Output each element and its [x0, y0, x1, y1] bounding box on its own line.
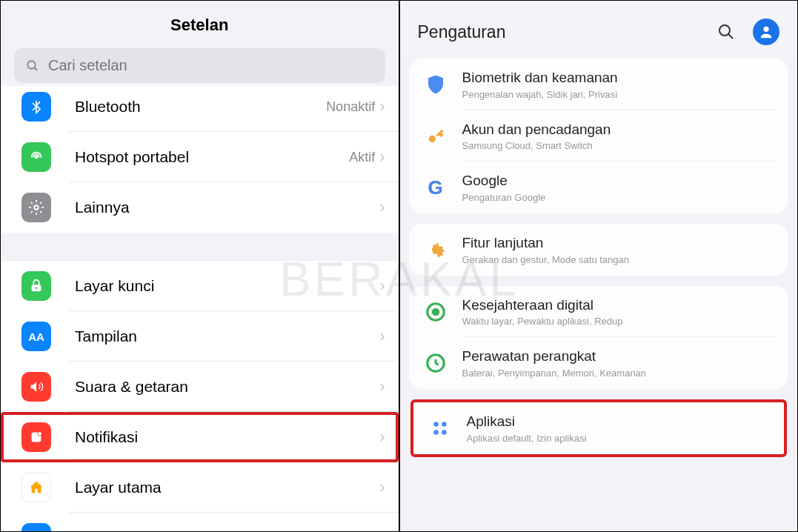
svg-point-0: [27, 61, 36, 69]
row-label: Layar utama: [75, 479, 379, 496]
home-icon: [21, 473, 51, 502]
search-bar[interactable]: [14, 48, 385, 83]
row-label: Perawatan perangkat: [462, 348, 776, 366]
row-biometrics[interactable]: Biometrik dan keamanan Pengenalan wajah,…: [409, 59, 789, 110]
row-text: Fitur lanjutan Gerakan dan gestur, Mode …: [462, 234, 776, 265]
row-sound[interactable]: Suara & getaran ›: [1, 362, 399, 412]
row-label: Notifikasi: [75, 428, 379, 446]
chevron-right-icon: ›: [379, 528, 385, 532]
svg-point-16: [428, 135, 435, 142]
row-label: Layar kunci: [75, 277, 379, 295]
row-label: Biometrik dan keamanan: [462, 69, 776, 87]
sound-icon: [21, 372, 51, 402]
row-wallpaper[interactable]: Wallpaper ›: [1, 513, 399, 532]
row-hotspot[interactable]: Hotspot portabel Aktif ›: [1, 132, 399, 182]
svg-line-1: [34, 67, 37, 70]
row-label: Kesejahteraan digital: [462, 296, 776, 315]
row-description: Samsung Cloud, Smart Switch: [462, 140, 776, 151]
shield-icon: [422, 71, 449, 98]
row-label: Tampilan: [75, 327, 379, 345]
svg-point-18: [433, 309, 439, 315]
lock-icon: [21, 271, 51, 301]
settings-group: Kesejahteraan digital Waktu layar, Pewak…: [409, 286, 789, 389]
settings-group: Fitur lanjutan Gerakan dan gestur, Mode …: [409, 224, 789, 276]
row-label: Bluetooth: [75, 98, 326, 116]
row-accounts[interactable]: Akun dan pencadangan Samsung Cloud, Smar…: [409, 110, 789, 162]
row-label: Hotspot portabel: [75, 148, 349, 166]
chevron-right-icon: ›: [379, 377, 385, 396]
row-description: Pengenalan wajah, Sidik jari, Privasi: [462, 89, 776, 100]
svg-point-7: [38, 432, 42, 436]
chevron-right-icon: ›: [379, 276, 385, 296]
left-panel: Setelan Bluetooth Nonaktif › Hotspot por…: [0, 0, 399, 532]
apps-icon: [427, 415, 453, 442]
row-text: Aplikasi Aplikasi default, Izin aplikasi: [467, 413, 771, 444]
right-panel: Pengaturan Biometrik dan keamanan Pengen…: [399, 0, 799, 532]
row-text: Akun dan pencadangan Samsung Cloud, Smar…: [462, 121, 776, 152]
row-label: Lainnya: [75, 199, 379, 216]
search-icon: [26, 59, 39, 73]
svg-point-15: [763, 27, 768, 32]
chevron-right-icon: ›: [379, 327, 385, 346]
chevron-right-icon: ›: [379, 147, 385, 167]
gear-icon: [21, 193, 51, 222]
wallpaper-icon: [21, 523, 51, 532]
row-devicecare[interactable]: Perawatan perangkat Baterai, Penyimpanan…: [409, 337, 789, 389]
row-label: Akun dan pencadangan: [462, 121, 776, 139]
gear-icon: [422, 236, 449, 263]
row-description: Pengaturan Google: [462, 192, 776, 203]
row-description: Baterai, Penyimpanan, Memori, Keamanan: [462, 368, 776, 379]
chevron-right-icon: ›: [379, 428, 385, 447]
row-text: Perawatan perangkat Baterai, Penyimpanan…: [462, 348, 776, 379]
chevron-right-icon: ›: [379, 198, 385, 217]
devicecare-icon: [422, 350, 449, 376]
row-description: Waktu layar, Pewaktu aplikasi, Redup: [462, 316, 776, 327]
key-icon: [422, 123, 449, 150]
svg-point-2: [36, 156, 38, 159]
row-apps[interactable]: Aplikasi Aplikasi default, Izin aplikasi: [413, 402, 785, 454]
row-more[interactable]: Lainnya ›: [1, 182, 399, 233]
header-actions: [717, 19, 779, 45]
svg-point-22: [433, 430, 439, 435]
page-title: Pengaturan: [418, 22, 506, 42]
display-icon: AA: [21, 322, 51, 351]
row-label: Suara & getaran: [75, 378, 379, 396]
row-display[interactable]: AA Tampilan ›: [1, 311, 399, 362]
row-status: Aktif: [349, 150, 375, 165]
settings-section-2: Layar kunci › AA Tampilan › Suara & geta…: [1, 261, 399, 532]
search-icon[interactable]: [717, 23, 735, 41]
settings-section-1: Bluetooth Nonaktif › Hotspot portabel Ak…: [1, 86, 399, 233]
svg-point-23: [442, 430, 447, 435]
left-header: Setelan: [1, 1, 399, 42]
google-icon: G: [422, 174, 449, 201]
row-text: Google Pengaturan Google: [462, 172, 776, 203]
row-homescreen[interactable]: Layar utama ›: [1, 462, 399, 513]
row-google[interactable]: G Google Pengaturan Google: [409, 162, 789, 213]
right-header: Pengaturan: [400, 1, 798, 59]
chevron-right-icon: ›: [379, 97, 385, 116]
wellbeing-icon: [422, 299, 449, 325]
row-bluetooth[interactable]: Bluetooth Nonaktif ›: [1, 86, 399, 132]
svg-point-5: [36, 287, 38, 289]
search-input[interactable]: [48, 57, 373, 74]
row-label: Google: [462, 172, 776, 190]
right-content: Biometrik dan keamanan Pengenalan wajah,…: [400, 59, 798, 457]
row-label: Aplikasi: [467, 413, 771, 431]
settings-group: Biometrik dan keamanan Pengenalan wajah,…: [409, 59, 789, 213]
settings-group-apps: Aplikasi Aplikasi default, Izin aplikasi: [410, 399, 788, 457]
hotspot-icon: [21, 142, 51, 172]
row-status: Nonaktif: [326, 99, 375, 115]
svg-line-14: [728, 34, 733, 39]
chevron-right-icon: ›: [379, 478, 385, 497]
svg-point-20: [433, 422, 439, 427]
row-advanced[interactable]: Fitur lanjutan Gerakan dan gestur, Mode …: [409, 224, 789, 276]
row-text: Biometrik dan keamanan Pengenalan wajah,…: [462, 69, 776, 100]
svg-point-3: [34, 205, 39, 210]
profile-avatar[interactable]: [753, 19, 779, 45]
row-text: Kesejahteraan digital Waktu layar, Pewak…: [462, 296, 776, 327]
svg-point-13: [719, 25, 730, 36]
row-lockscreen[interactable]: Layar kunci ›: [1, 261, 399, 311]
row-wellbeing[interactable]: Kesejahteraan digital Waktu layar, Pewak…: [409, 286, 789, 338]
row-label: Wallpaper: [75, 529, 379, 532]
row-notifications[interactable]: Notifikasi ›: [1, 412, 399, 462]
